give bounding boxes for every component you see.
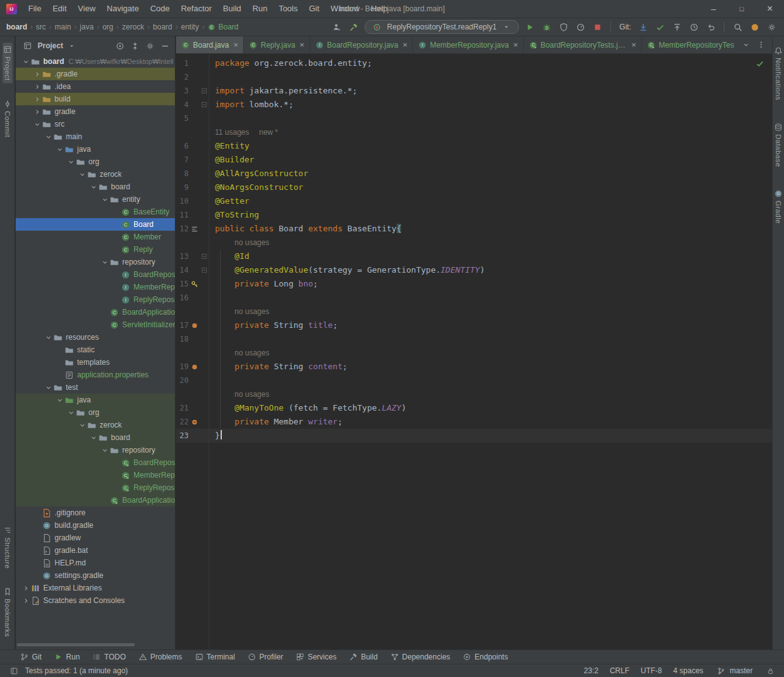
- menu-navigate[interactable]: Navigate: [101, 0, 144, 18]
- tree-item-boardapplicationtests[interactable]: CBoardApplicationTests: [16, 494, 175, 506]
- tree-item-build[interactable]: build: [16, 93, 175, 105]
- inlay-hint-row[interactable]: no usages: [176, 387, 772, 401]
- chevron-down-icon[interactable]: [66, 157, 76, 167]
- line-number[interactable]: [176, 125, 189, 139]
- toolwindow-button-dependencies[interactable]: Dependencies: [384, 650, 457, 664]
- line-number[interactable]: 12: [176, 222, 189, 236]
- chevron-down-icon[interactable]: [66, 407, 76, 417]
- line-number[interactable]: 3: [176, 84, 189, 98]
- tree-item-src[interactable]: src: [16, 118, 175, 130]
- chevron-down-icon[interactable]: [21, 56, 31, 66]
- code-line-20[interactable]: 20: [176, 374, 772, 387]
- toolwindow-button-problems[interactable]: Problems: [132, 650, 189, 664]
- chevron-down-icon[interactable]: [100, 445, 110, 455]
- inlay-hint-row[interactable]: no usages: [176, 236, 772, 249]
- breadcrumb-item-board[interactable]: board: [153, 23, 172, 31]
- code-line-9[interactable]: 9@NoArgsConstructor: [176, 181, 772, 194]
- stripe-button-commit[interactable]: Commit: [3, 97, 13, 140]
- tree-item-application-properties[interactable]: application.properties: [16, 369, 175, 381]
- menu-build[interactable]: Build: [217, 0, 247, 18]
- tab-reply-java[interactable]: CReply.java×: [244, 36, 310, 53]
- chevron-right-icon[interactable]: [32, 69, 42, 79]
- inspections-status-icon[interactable]: [755, 59, 765, 71]
- tree-item-replyrepository[interactable]: CReplyRepository: [16, 481, 175, 494]
- build-project-icon[interactable]: [348, 21, 360, 33]
- code-line-15[interactable]: 15 private Long bno;: [176, 277, 772, 291]
- line-number[interactable]: 7: [176, 153, 189, 167]
- line-number[interactable]: 22: [176, 415, 189, 429]
- tree-item-boardapplication[interactable]: CBoardApplication: [16, 306, 175, 318]
- line-number[interactable]: 13: [176, 249, 189, 263]
- usages-hint[interactable]: no usages: [234, 390, 269, 399]
- chevron-down-icon[interactable]: [77, 420, 87, 430]
- run-configuration-select[interactable]: ReplyRepositoryTest.readReply1: [365, 20, 520, 34]
- fold-marker[interactable]: [200, 84, 209, 98]
- tree-item-gradle[interactable]: .gradle: [16, 68, 175, 80]
- menu-run[interactable]: Run: [247, 0, 273, 18]
- code-line-8[interactable]: 8@AllArgsConstructor: [176, 167, 772, 181]
- usages-hint[interactable]: no usages: [234, 349, 269, 357]
- chevron-down-icon[interactable]: [88, 433, 98, 443]
- settings-gear-icon[interactable]: [765, 21, 778, 33]
- chevron-down-icon[interactable]: [66, 39, 78, 52]
- caret-position[interactable]: 23:2: [584, 666, 598, 675]
- code-line-10[interactable]: 10@Getter: [176, 194, 772, 208]
- toolwindow-button-git[interactable]: Git: [14, 650, 48, 664]
- code-line-23[interactable]: 23}: [176, 429, 772, 443]
- line-number[interactable]: 10: [176, 194, 189, 208]
- code-line-12[interactable]: 12public class Board extends BaseEntity{: [176, 222, 772, 236]
- code-line-3[interactable]: 3import jakarta.persistence.*;: [176, 84, 772, 98]
- tree-item-replyrepository[interactable]: IReplyRepository: [16, 293, 175, 306]
- menu-file[interactable]: File: [23, 0, 47, 18]
- stop-button[interactable]: [591, 21, 604, 33]
- tree-item-member[interactable]: CMember: [16, 231, 175, 243]
- line-number[interactable]: 2: [176, 70, 189, 84]
- close-tab-icon[interactable]: ×: [233, 41, 238, 49]
- debug-button[interactable]: [540, 21, 553, 33]
- chevron-down-icon[interactable]: [100, 194, 110, 204]
- tree-item-servletinitializer[interactable]: CServletInitializer: [16, 318, 175, 331]
- chevron-down-icon[interactable]: [55, 395, 65, 405]
- fold-marker[interactable]: [200, 249, 209, 263]
- usages-hint[interactable]: no usages: [234, 307, 269, 316]
- vcs-hint[interactable]: new *: [259, 128, 278, 137]
- tab-memberrepository-java[interactable]: IMemberRepository.java×: [413, 36, 523, 53]
- tree-item-zerock[interactable]: zerock: [16, 419, 175, 431]
- chevron-down-icon[interactable]: [43, 132, 53, 142]
- close-tab-icon[interactable]: ×: [513, 41, 518, 49]
- chevron-down-icon[interactable]: [100, 257, 110, 267]
- breadcrumb-item-board[interactable]: board: [6, 23, 27, 31]
- tree-item-main[interactable]: main: [16, 130, 175, 143]
- chevron-down-icon[interactable]: [55, 144, 65, 154]
- menu-view[interactable]: View: [72, 0, 101, 18]
- line-number[interactable]: 16: [176, 291, 189, 305]
- code-line-7[interactable]: 7@Builder: [176, 153, 772, 167]
- toolwindow-button-terminal[interactable]: Terminal: [189, 650, 241, 664]
- inlay-hint-row[interactable]: no usages: [176, 346, 772, 360]
- chevron-down-icon[interactable]: [32, 119, 42, 129]
- line-number[interactable]: 20: [176, 374, 189, 387]
- code-line-14[interactable]: 14 @GeneratedValue(strategy = Generation…: [176, 263, 772, 277]
- chevron-down-icon[interactable]: [88, 182, 98, 192]
- code-line-2[interactable]: 2: [176, 70, 772, 84]
- line-number[interactable]: [176, 346, 189, 360]
- tree-item-static[interactable]: static: [16, 344, 175, 356]
- toolwindow-button-build[interactable]: Build: [343, 650, 384, 664]
- menu-code[interactable]: Code: [145, 0, 175, 18]
- panel-settings-icon[interactable]: [144, 39, 156, 52]
- select-opened-file-icon[interactable]: [113, 39, 126, 52]
- line-number[interactable]: [176, 387, 189, 401]
- tree-item-settings-gradle[interactable]: Gsettings.gradle: [16, 569, 175, 582]
- tree-item-board[interactable]: board: [16, 181, 175, 193]
- commit-icon[interactable]: [654, 21, 666, 33]
- tree-item-board[interactable]: board: [16, 431, 175, 444]
- code-line-16[interactable]: 16: [176, 291, 772, 305]
- inlay-hint-row[interactable]: 11 usagesnew *: [176, 125, 772, 139]
- chevron-right-icon[interactable]: [32, 94, 42, 104]
- tree-item-resources[interactable]: resources: [16, 331, 175, 344]
- tree-item-org[interactable]: org: [16, 155, 175, 168]
- collapse-all-icon[interactable]: [128, 39, 141, 52]
- push-icon[interactable]: [671, 21, 683, 33]
- line-number[interactable]: 4: [176, 98, 189, 112]
- line-number[interactable]: 19: [176, 360, 189, 374]
